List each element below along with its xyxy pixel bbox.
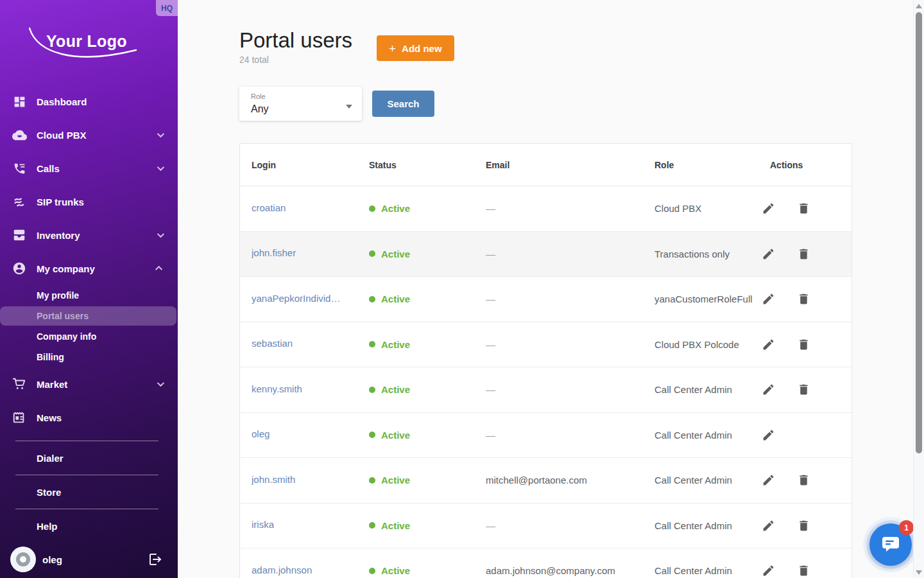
chevron-down-icon: [157, 164, 164, 171]
sidebar: HQ Your Logo Dashboard Cloud PBX: [0, 0, 178, 578]
table-row: john.fisherActive—Transactions only: [240, 232, 851, 277]
sidebar-item-cloud-pbx[interactable]: Cloud PBX: [0, 118, 178, 152]
sidebar-item-label: SIP trunks: [37, 197, 84, 207]
status-cell: Active: [357, 339, 474, 350]
scrollbar-thumb[interactable]: [916, 12, 922, 453]
status-text: Active: [381, 475, 410, 486]
trash-icon: [797, 292, 810, 306]
email-cell: adam.johnson@company.com: [474, 565, 643, 576]
sidebar-item-portal-users[interactable]: Portal users: [0, 306, 178, 326]
login-link[interactable]: sebastian: [252, 338, 293, 349]
login-link[interactable]: oleg: [252, 428, 270, 439]
actions-cell: [758, 561, 851, 578]
sidebar-item-help[interactable]: Help: [0, 509, 178, 543]
login-link[interactable]: iriska: [252, 519, 274, 530]
delete-button[interactable]: [794, 199, 813, 218]
cart-icon: [12, 376, 27, 392]
login-link[interactable]: croatian: [252, 202, 286, 213]
trash-icon: [797, 338, 810, 351]
trash-icon: [797, 564, 810, 577]
edit-button[interactable]: [758, 335, 778, 354]
delete-button[interactable]: [794, 561, 813, 578]
sidebar-item-sip-trunks[interactable]: SIP trunks: [0, 185, 178, 218]
sidebar-item-billing[interactable]: Billing: [0, 347, 178, 367]
delete-button[interactable]: [794, 335, 813, 354]
delete-button[interactable]: [794, 290, 813, 309]
add-new-button[interactable]: + Add new: [377, 35, 454, 61]
sidebar-item-my-company[interactable]: My company: [0, 252, 178, 285]
sidebar-item-label: My company: [37, 263, 95, 274]
sip-trunks-icon: [12, 194, 27, 209]
role-text: yanaCustomerRoleFull: [654, 293, 753, 304]
secondary-item-label: Store: [37, 487, 61, 498]
status-text: Active: [381, 249, 410, 259]
delete-button[interactable]: [794, 380, 813, 399]
status-dot-icon: [369, 522, 375, 529]
login-link[interactable]: john.smith: [252, 474, 295, 485]
actions-cell: [758, 290, 851, 309]
role-text: Transactions only: [654, 249, 730, 259]
sidebar-item-news[interactable]: News: [0, 401, 178, 434]
sidebar-item-inventory[interactable]: Inventory: [0, 218, 178, 252]
logout-button[interactable]: [147, 552, 162, 567]
email-text: —: [486, 293, 495, 304]
login-cell: yanaPepkorIndivid…: [240, 293, 357, 306]
edit-icon: [762, 292, 775, 306]
login-link[interactable]: john.fisher: [252, 247, 296, 258]
edit-button[interactable]: [758, 244, 778, 263]
status-cell: Active: [357, 293, 474, 304]
trash-icon: [797, 247, 810, 261]
login-link[interactable]: kenny.smith: [252, 383, 302, 394]
status-dot-icon: [369, 296, 375, 302]
email-text: —: [486, 249, 495, 259]
role-select[interactable]: Role Any: [239, 87, 362, 121]
status-dot-icon: [369, 477, 375, 484]
edit-icon: [762, 564, 775, 577]
login-cell: iriska: [240, 519, 357, 532]
edit-button[interactable]: [758, 199, 778, 218]
total-count: 24 total: [239, 55, 269, 65]
sidebar-item-company-info[interactable]: Company info: [0, 326, 178, 347]
role-cell: Cloud PBX: [643, 203, 758, 214]
actions-cell: [758, 335, 851, 354]
scroll-up-arrow[interactable]: [916, 4, 922, 8]
edit-button[interactable]: [758, 471, 778, 490]
status-text: Active: [381, 203, 410, 214]
email-cell: —: [474, 520, 643, 531]
login-link[interactable]: yanaPepkorIndivid…: [252, 293, 340, 304]
edit-button[interactable]: [758, 561, 778, 578]
status-text: Active: [381, 430, 410, 441]
edit-button[interactable]: [758, 516, 778, 535]
sidebar-item-my-profile[interactable]: My profile: [0, 285, 178, 306]
plus-icon: +: [389, 42, 396, 55]
delete-button[interactable]: [794, 244, 813, 263]
delete-button[interactable]: [794, 516, 813, 535]
status-dot-icon: [369, 387, 375, 393]
sidebar-item-market[interactable]: Market: [0, 367, 178, 401]
login-cell: sebastian: [240, 338, 357, 351]
sidebar-item-calls[interactable]: Calls: [0, 152, 178, 185]
search-button[interactable]: Search: [372, 91, 434, 117]
sidebar-item-dashboard[interactable]: Dashboard: [0, 85, 178, 118]
status-dot-icon: [369, 250, 375, 257]
email-cell: —: [474, 384, 643, 395]
actions-cell: [758, 425, 851, 444]
login-link[interactable]: adam.johnson: [252, 565, 312, 575]
sidebar-item-store[interactable]: Store: [0, 475, 178, 509]
status-dot-icon: [369, 341, 375, 347]
role-cell: Cloud PBX Polcode: [643, 339, 758, 350]
delete-button[interactable]: [794, 471, 813, 490]
table-body: croatianActive—Cloud PBXjohn.fisherActiv…: [240, 186, 851, 578]
table-row: iriskaActive—Call Center Admin: [240, 504, 851, 549]
role-text: Call Center Admin: [654, 565, 732, 576]
role-text: Call Center Admin: [654, 430, 732, 441]
edit-icon: [762, 338, 775, 351]
edit-button[interactable]: [758, 425, 778, 444]
edit-button[interactable]: [758, 380, 778, 399]
chat-launcher-button[interactable]: 1: [869, 523, 912, 566]
scroll-down-arrow[interactable]: [916, 570, 922, 575]
edit-button[interactable]: [758, 290, 778, 309]
sidebar-item-dialer[interactable]: Dialer: [0, 441, 178, 475]
role-cell: yanaCustomerRoleFull: [643, 293, 758, 304]
status-cell: Active: [357, 520, 474, 531]
